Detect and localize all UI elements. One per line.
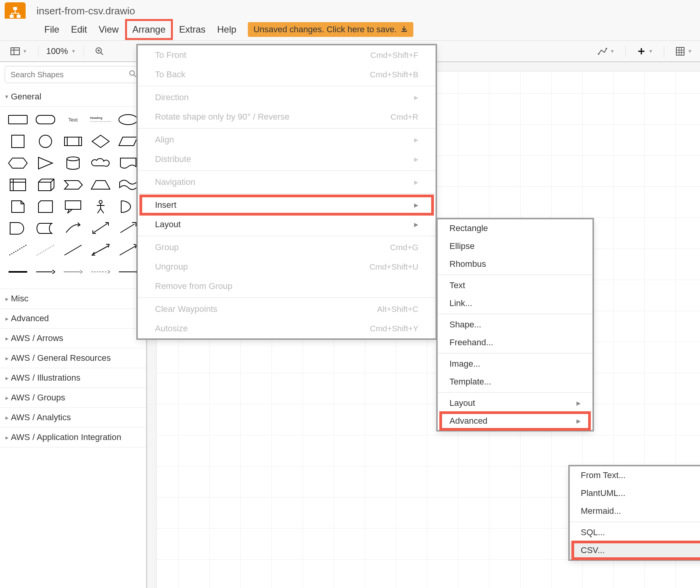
unsaved-changes-banner[interactable]: Unsaved changes. Click here to save. xyxy=(248,22,413,37)
category-advanced[interactable]: ▸Advanced xyxy=(0,309,146,329)
category-aws-arrows[interactable]: ▸AWS / Arrows xyxy=(0,329,146,348)
menu-help[interactable]: Help xyxy=(212,21,242,38)
shape-arrow[interactable] xyxy=(116,219,141,237)
insert-button[interactable]: ▼ xyxy=(634,45,656,57)
shape-dotted-line[interactable] xyxy=(33,241,57,259)
zoom-in-button[interactable] xyxy=(92,45,107,57)
menu-edit[interactable]: Edit xyxy=(66,21,92,38)
shape-rounded-rect[interactable] xyxy=(33,111,57,129)
menu-item-label: To Front xyxy=(155,50,186,60)
category-label: AWS / Groups xyxy=(11,393,65,403)
shape-link-thin[interactable] xyxy=(61,263,85,281)
menu-arrange[interactable]: Arrange xyxy=(125,19,173,40)
category-aws-analytics[interactable]: ▸AWS / Analytics xyxy=(0,408,146,428)
shape-bidir-arrow[interactable] xyxy=(89,219,113,237)
shape-or[interactable] xyxy=(116,198,141,216)
shape-cloud[interactable] xyxy=(89,154,113,172)
insert-item-layout[interactable]: Layout▶ xyxy=(438,394,592,412)
advanced-item-mermaid[interactable]: Mermaid... xyxy=(570,502,700,520)
shape-text[interactable]: Text xyxy=(61,111,85,129)
shape-cylinder[interactable] xyxy=(61,154,85,172)
arrange-item-insert[interactable]: Insert▶ xyxy=(138,195,435,215)
category-general[interactable]: ▸ General xyxy=(0,87,146,107)
shape-circle[interactable] xyxy=(33,132,57,150)
menu-item-label: Rhombus xyxy=(449,259,486,269)
shape-link-solid[interactable] xyxy=(5,263,30,281)
menu-extras[interactable]: Extras xyxy=(174,21,211,38)
search-shapes-input[interactable] xyxy=(5,66,141,83)
shape-link-dot-end[interactable] xyxy=(116,263,141,281)
sidebar-toggle-button[interactable]: ▼ xyxy=(7,45,30,58)
shape-parallelogram[interactable] xyxy=(116,132,141,150)
category-misc[interactable]: ▸Misc xyxy=(0,289,146,309)
shape-bidir-thin[interactable] xyxy=(89,241,113,259)
zoom-control[interactable]: 100% ▼ xyxy=(46,46,76,56)
advanced-item-csv[interactable]: CSV... xyxy=(570,541,700,559)
menu-file[interactable]: File xyxy=(39,21,65,38)
shape-actor[interactable] xyxy=(89,198,113,216)
menu-item-label: Remove from Group xyxy=(155,281,232,291)
insert-submenu-dropdown: RectangleEllipseRhombusTextLink...Shape.… xyxy=(437,219,593,430)
triangle-right-icon: ▸ xyxy=(5,295,9,303)
advanced-item-plantuml[interactable]: PlantUML... xyxy=(570,484,700,502)
shape-hexagon[interactable] xyxy=(5,154,30,172)
insert-item-advanced[interactable]: Advanced▶ xyxy=(438,412,592,430)
menu-item-label: Shape... xyxy=(449,320,481,330)
insert-item-freehand[interactable]: Freehand... xyxy=(438,334,592,351)
arrange-item-layout[interactable]: Layout▶ xyxy=(138,215,435,234)
shape-ellipse[interactable] xyxy=(116,111,141,129)
table-button[interactable]: ▼ xyxy=(672,45,695,58)
insert-item-rhombus[interactable]: Rhombus xyxy=(438,255,592,273)
category-aws-application-integration[interactable]: ▸AWS / Application Integration xyxy=(0,428,146,447)
shape-card[interactable] xyxy=(33,198,57,216)
search-icon[interactable] xyxy=(129,70,137,80)
insert-item-shape[interactable]: Shape... xyxy=(438,316,592,334)
shape-triangle[interactable] xyxy=(33,154,57,172)
shape-step[interactable] xyxy=(61,176,85,194)
shape-note[interactable] xyxy=(5,198,30,216)
shape-diamond[interactable] xyxy=(89,132,113,150)
shape-dashed-line[interactable] xyxy=(5,241,30,259)
shape-curve-arrow[interactable] xyxy=(61,219,85,237)
menu-separator xyxy=(138,297,435,298)
shape-square[interactable] xyxy=(5,132,30,150)
shape-textbox[interactable]: HeadingLorem ipsum dolor sit amet elit xyxy=(89,111,113,129)
category-aws-groups[interactable]: ▸AWS / Groups xyxy=(0,388,146,408)
menu-view[interactable]: View xyxy=(93,21,124,38)
menu-separator xyxy=(138,193,435,194)
shape-line[interactable] xyxy=(61,241,85,259)
advanced-item-from-text[interactable]: From Text... xyxy=(570,466,700,484)
svg-point-11 xyxy=(606,48,607,49)
advanced-item-sql[interactable]: SQL... xyxy=(570,524,700,541)
shape-data-storage[interactable] xyxy=(33,219,57,237)
insert-item-ellipse[interactable]: Ellipse xyxy=(438,237,592,255)
shape-and[interactable] xyxy=(5,219,30,237)
shape-internal-storage[interactable] xyxy=(5,176,30,194)
category-aws-general-resources[interactable]: ▸AWS / General Resources xyxy=(0,348,146,368)
arrange-item-to-back: To BackCmd+Shift+B xyxy=(138,65,435,84)
arrange-item-navigation: Navigation▶ xyxy=(138,172,435,192)
shape-link-dashed[interactable] xyxy=(89,263,113,281)
insert-item-template[interactable]: Template... xyxy=(438,373,592,391)
shape-trapezoid[interactable] xyxy=(89,176,113,194)
insert-item-image[interactable]: Image... xyxy=(438,355,592,373)
shape-link-arrow[interactable] xyxy=(33,263,57,281)
shape-rect[interactable] xyxy=(5,111,30,129)
shape-callout[interactable] xyxy=(61,198,85,216)
insert-item-text[interactable]: Text xyxy=(438,277,592,294)
menu-shortcut: Cmd+Shift+F xyxy=(370,50,418,60)
insert-item-rectangle[interactable]: Rectangle xyxy=(438,219,592,237)
connection-button[interactable]: ▼ xyxy=(594,45,618,58)
shape-document[interactable] xyxy=(116,154,141,172)
arrange-item-align: Align▶ xyxy=(138,130,435,150)
insert-item-link[interactable]: Link... xyxy=(438,294,592,312)
shape-tape[interactable] xyxy=(116,176,141,194)
shape-process[interactable] xyxy=(61,132,85,150)
svg-line-7 xyxy=(101,52,103,55)
shape-cube[interactable] xyxy=(33,176,57,194)
menu-shortcut: Cmd+Shift+B xyxy=(370,70,418,79)
shape-arrow-thin[interactable] xyxy=(116,241,141,259)
document-title[interactable]: insert-from-csv.drawio xyxy=(37,5,135,17)
submenu-arrow-icon: ▶ xyxy=(414,179,418,185)
category-aws-illustrations[interactable]: ▸AWS / Illustrations xyxy=(0,368,146,388)
